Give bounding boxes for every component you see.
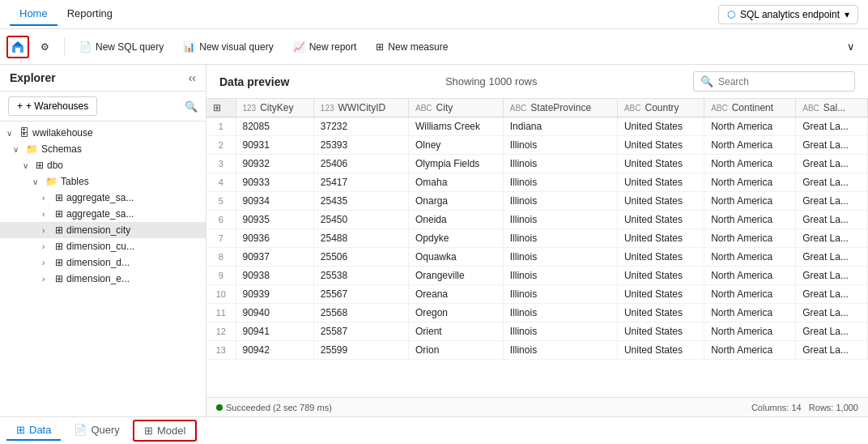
cell-country: United States <box>617 229 704 248</box>
cell-citykey: 90940 <box>236 304 313 322</box>
col-header-country[interactable]: ABCCountry <box>617 99 704 117</box>
toolbar-main-icon[interactable] <box>6 36 29 58</box>
bottom-tab-label-query: Query <box>91 424 119 436</box>
cell-stateprovince: Illinois <box>503 267 617 285</box>
lakehouse-icon <box>11 40 25 54</box>
tree-label-aggregate_sa1: aggregate_sa... <box>66 192 134 203</box>
cell-citykey: 90933 <box>236 173 313 192</box>
cell-sal: Great La... <box>796 248 868 267</box>
tab-home[interactable]: Home <box>10 2 57 26</box>
row-num-cell: 9 <box>206 267 236 285</box>
col-header-stateprovince[interactable]: ABCStateProvince <box>503 99 617 117</box>
table-row[interactable]: 119094025568OregonIllinoisUnited StatesN… <box>206 304 868 322</box>
table-row[interactable]: 18208537232Williams CreekIndianaUnited S… <box>206 117 868 136</box>
status-columns-rows: Columns: 14 Rows: 1,000 <box>751 403 858 412</box>
cell-citykey: 90932 <box>236 155 313 173</box>
cell-citykey: 90941 <box>236 322 313 341</box>
tree-icon-wwilakehouse: 🗄 <box>19 127 29 139</box>
cell-city: Oquawka <box>409 248 504 267</box>
tree-item-tables[interactable]: ∨📁Tables <box>0 173 206 190</box>
cell-continent: North America <box>704 211 796 229</box>
cell-citykey: 90936 <box>236 229 313 248</box>
tree-chevron-dimension_d: › <box>42 258 55 267</box>
col-header-citykey[interactable]: 123CityKey <box>236 99 313 117</box>
tree-item-schemas[interactable]: ∨📁Schemas <box>0 141 206 157</box>
table-row[interactable]: 129094125587OrientIllinoisUnited StatesN… <box>206 322 868 341</box>
new-measure-icon: ⊞ <box>376 41 384 53</box>
tree-icon-dimension_e: ⊞ <box>55 273 63 284</box>
svg-rect-1 <box>15 48 20 53</box>
sql-endpoint-button[interactable]: ⬡ SQL analytics endpoint ▾ <box>718 5 858 24</box>
cell-city: Orient <box>409 322 504 341</box>
cell-stateprovince: Illinois <box>503 248 617 267</box>
cell-sal: Great La... <box>796 267 868 285</box>
cell-sal: Great La... <box>796 136 868 155</box>
toolbar-expand-chevron[interactable]: ∨ <box>840 37 862 56</box>
tree-item-dimension_e[interactable]: ›⊞dimension_e... <box>0 271 206 287</box>
cell-stateprovince: Illinois <box>503 136 617 155</box>
table-row[interactable]: 39093225406Olympia FieldsIllinoisUnited … <box>206 155 868 173</box>
cell-wwicityid: 25393 <box>313 136 408 155</box>
col-header-sal...[interactable]: ABCSal... <box>796 99 868 117</box>
bottom-tab-model[interactable]: ⊞Model <box>133 420 197 442</box>
main-area: Explorer ‹‹ + + Warehouses 🔍 ∨🗄wwilakeho… <box>0 65 868 416</box>
table-row[interactable]: 99093825538OrangevilleIllinoisUnited Sta… <box>206 267 868 285</box>
cell-citykey: 90942 <box>236 341 313 360</box>
new-measure-button[interactable]: ⊞ New measure <box>368 37 456 57</box>
table-row[interactable]: 109093925567OreanaIllinoisUnited StatesN… <box>206 285 868 304</box>
cell-stateprovince: Illinois <box>503 322 617 341</box>
tab-reporting[interactable]: Reporting <box>57 2 122 26</box>
tree-icon-dimension_d: ⊞ <box>55 257 63 268</box>
col-header-continent[interactable]: ABCContinent <box>704 99 796 117</box>
data-table-container[interactable]: ⊞123CityKey123WWICityIDABCCityABCStatePr… <box>206 99 868 397</box>
new-visual-query-button[interactable]: 📊 New visual query <box>175 37 281 57</box>
tree-item-dimension_city[interactable]: ›⊞dimension_city <box>0 222 206 238</box>
table-row[interactable]: 49093325417OmahaIllinoisUnited StatesNor… <box>206 173 868 192</box>
col-header-city[interactable]: ABCCity <box>409 99 504 117</box>
cell-city: Oneida <box>409 211 504 229</box>
cell-continent: North America <box>704 155 796 173</box>
cell-city: Onarga <box>409 192 504 211</box>
table-row[interactable]: 29093125393OlneyIllinoisUnited StatesNor… <box>206 136 868 155</box>
new-report-icon: 📈 <box>293 41 305 53</box>
tree-item-dimension_cu[interactable]: ›⊞dimension_cu... <box>0 238 206 254</box>
collapse-sidebar-icon[interactable]: ‹‹ <box>189 71 196 84</box>
table-row[interactable]: 79093625488OpdykeIllinoisUnited StatesNo… <box>206 229 868 248</box>
tree-item-wwilakehouse[interactable]: ∨🗄wwilakehouse <box>0 125 206 141</box>
tree-item-dbo[interactable]: ∨⊞dbo <box>0 157 206 173</box>
table-row[interactable]: 89093725506OquawkaIllinoisUnited StatesN… <box>206 248 868 267</box>
cell-wwicityid: 25450 <box>313 211 408 229</box>
tree-chevron-aggregate_sa1: › <box>42 194 55 203</box>
tree-item-aggregate_sa2[interactable]: ›⊞aggregate_sa... <box>0 206 206 222</box>
cell-citykey: 90939 <box>236 285 313 304</box>
table-row[interactable]: 139094225599OrionIllinoisUnited StatesNo… <box>206 341 868 360</box>
bottom-tab-data[interactable]: ⊞Data <box>6 421 61 441</box>
tree-item-dimension_d[interactable]: ›⊞dimension_d... <box>0 254 206 271</box>
cell-sal: Great La... <box>796 117 868 136</box>
cell-stateprovince: Illinois <box>503 341 617 360</box>
table-row[interactable]: 59093425435OnargaIllinoisUnited StatesNo… <box>206 192 868 211</box>
tree-chevron-dimension_cu: › <box>42 242 55 251</box>
cell-citykey: 90935 <box>236 211 313 229</box>
cell-stateprovince: Illinois <box>503 285 617 304</box>
settings-icon: ⚙ <box>40 41 49 53</box>
cell-continent: North America <box>704 267 796 285</box>
cell-continent: North America <box>704 117 796 136</box>
tree-label-dimension_city: dimension_city <box>66 224 130 236</box>
bottom-tab-query[interactable]: 📄Query <box>64 421 129 441</box>
tree-label-dimension_cu: dimension_cu... <box>66 241 134 252</box>
add-warehouses-button[interactable]: + + Warehouses <box>8 96 97 116</box>
table-row[interactable]: 69093525450OneidaIllinoisUnited StatesNo… <box>206 211 868 229</box>
cell-country: United States <box>617 136 704 155</box>
new-sql-query-button[interactable]: 📄 New SQL query <box>71 37 172 57</box>
search-input[interactable] <box>718 76 848 88</box>
col-header-wwicityid[interactable]: 123WWICityID <box>313 99 408 117</box>
sidebar-search-icon[interactable]: 🔍 <box>185 100 198 113</box>
search-box[interactable]: 🔍 <box>693 71 855 92</box>
settings-button[interactable]: ⚙ <box>32 37 57 57</box>
new-report-button[interactable]: 📈 New report <box>285 37 365 57</box>
row-count: Showing 1000 rows <box>445 75 537 88</box>
tree-item-aggregate_sa1[interactable]: ›⊞aggregate_sa... <box>0 190 206 206</box>
cell-city: Orion <box>409 341 504 360</box>
sql-endpoint-container: ⬡ SQL analytics endpoint ▾ <box>718 5 858 24</box>
